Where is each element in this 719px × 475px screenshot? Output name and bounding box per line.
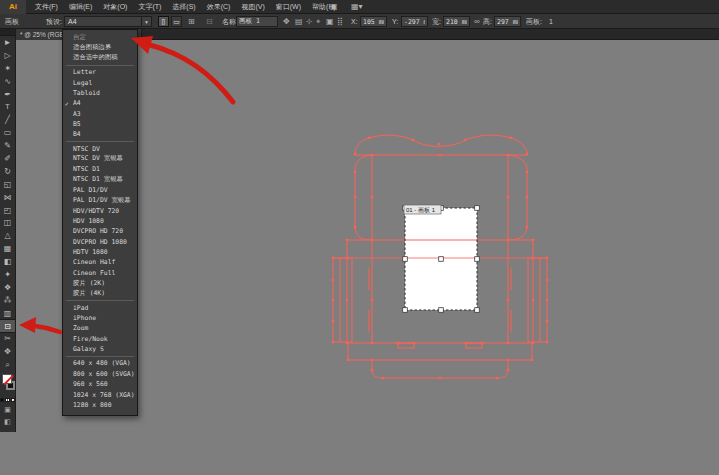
preset-option[interactable]: 适合图稿边界	[63, 42, 137, 52]
preset-option[interactable]: Letter	[63, 67, 137, 77]
direct-selection-tool[interactable]: ▷	[0, 49, 15, 62]
preset-option[interactable]: HDTV 1080	[63, 247, 137, 257]
preset-option[interactable]: 1280 x 800	[63, 400, 137, 410]
preset-option[interactable]: iPhone	[63, 313, 137, 323]
mesh-tool[interactable]: ▦	[0, 242, 15, 255]
preset-option[interactable]: 1024 x 768 (XGA)	[63, 389, 137, 399]
menu-item[interactable]: 选择(S)	[172, 2, 195, 12]
move-artwork-icon[interactable]: ✥	[283, 14, 290, 29]
preset-option[interactable]: 960 x 560	[63, 379, 137, 389]
fill-color-chip[interactable]	[2, 374, 12, 384]
artboard-tool[interactable]: ⊡	[0, 320, 15, 333]
center-mark-icon[interactable]: ⊹	[306, 14, 313, 29]
preset-option[interactable]: Legal	[63, 77, 137, 87]
app-logo[interactable]: Ai	[0, 0, 26, 14]
preset-option[interactable]: Galaxy S	[63, 344, 137, 354]
preset-option[interactable]: Tabloid	[63, 88, 137, 98]
artboard-options-icon[interactable]: ▤	[295, 14, 303, 29]
preset-option-label: HDTV 1080	[73, 248, 108, 256]
shape-builder-tool[interactable]: ◫	[0, 216, 15, 229]
perspective-grid-tool[interactable]: △	[0, 229, 15, 242]
menu-item[interactable]: 对象(O)	[103, 2, 127, 12]
rectangle-tool[interactable]: ▭	[0, 126, 15, 139]
preset-option[interactable]: NTSC DV	[63, 143, 137, 153]
menu-item[interactable]: 窗口(W)	[276, 2, 301, 12]
gradient-tool[interactable]: ◧	[0, 255, 15, 268]
preset-option[interactable]: HDV/HDTV 720	[63, 206, 137, 216]
menu-item[interactable]: 视图(V)	[241, 2, 264, 12]
preset-option-label: NTSC D1 宽银幕	[73, 175, 123, 184]
workspace-switcher-icon[interactable]: ▦▾	[351, 2, 363, 11]
preset-option[interactable]: B5	[63, 119, 137, 129]
menu-item[interactable]: 文字(T)	[138, 2, 161, 12]
blend-tool[interactable]: ❖	[0, 281, 15, 294]
gradient-mode-button[interactable]	[5, 398, 9, 403]
preset-option[interactable]: Zoom	[63, 323, 137, 333]
preset-option[interactable]: 胶片 (2K)	[63, 278, 137, 288]
width-tool[interactable]: ⋈	[0, 191, 15, 204]
menu-item[interactable]: 效果(C)	[207, 2, 231, 12]
drawing-mode-button[interactable]: ▣	[0, 404, 15, 416]
preset-option[interactable]: NTSC D1	[63, 164, 137, 174]
preset-option[interactable]: DVCPRO HD 720	[63, 226, 137, 236]
lasso-tool[interactable]: ∿	[0, 75, 15, 88]
preset-option[interactable]: 适合选中的图稿	[63, 53, 137, 63]
new-artboard-icon[interactable]: ⊞	[188, 14, 195, 29]
free-transform-tool[interactable]: ◰	[0, 204, 15, 217]
zoom-tool[interactable]: ⌕	[0, 358, 15, 371]
height-input[interactable]	[494, 16, 521, 27]
menu-item[interactable]: 编辑(E)	[69, 2, 92, 12]
type-tool[interactable]: T	[0, 100, 15, 113]
tools-panel-header[interactable]	[0, 29, 15, 36]
hand-tool[interactable]: ✥	[0, 345, 15, 358]
preset-option[interactable]: Cineon Half	[63, 257, 137, 267]
landscape-orientation-button[interactable]: ▭	[171, 16, 182, 27]
artboard-name-input[interactable]	[236, 16, 278, 27]
preset-option[interactable]: 自定	[63, 32, 137, 42]
preset-option[interactable]: PAL D1/DV 宽银幕	[63, 195, 137, 205]
selection-tool[interactable]: ►	[0, 36, 15, 49]
rotate-tool[interactable]: ↻	[0, 165, 15, 178]
none-mode-button[interactable]	[11, 398, 15, 403]
preset-option[interactable]: iPad	[63, 303, 137, 313]
portrait-orientation-button[interactable]: ▯	[158, 16, 169, 27]
slice-tool[interactable]: ✂	[0, 332, 15, 345]
preset-dropdown[interactable]: A4 ▼	[64, 16, 152, 27]
preset-option[interactable]: DVCPRO HD 1080	[63, 237, 137, 247]
reference-point-icon[interactable]: ⣿	[337, 14, 343, 29]
arrange-documents-icon[interactable]: ▣	[330, 2, 338, 11]
screen-mode-button[interactable]: ◧	[0, 416, 15, 428]
preset-option[interactable]: Fire/Nook	[63, 334, 137, 344]
color-mode-button[interactable]	[0, 398, 4, 403]
preset-option[interactable]: NTSC D1 宽银幕	[63, 174, 137, 184]
preset-option[interactable]: 640 x 480 (VGA)	[63, 358, 137, 368]
delete-artboard-icon[interactable]: ⊟	[206, 14, 213, 29]
video-safe-areas-icon[interactable]: ▣	[326, 14, 334, 29]
fill-stroke-indicator[interactable]	[0, 372, 15, 396]
preset-option[interactable]: A3	[63, 108, 137, 118]
preset-option[interactable]: Cineon Full	[63, 268, 137, 278]
preset-option[interactable]: 800 x 600 (SVGA)	[63, 369, 137, 379]
preset-option[interactable]: B4	[63, 129, 137, 139]
eyedropper-tool[interactable]: ✦	[0, 268, 15, 281]
symbol-sprayer-tool[interactable]: ⁂	[0, 294, 15, 307]
width-input[interactable]	[443, 16, 470, 27]
scale-tool[interactable]: ◱	[0, 178, 15, 191]
pen-tool[interactable]: ✒	[0, 88, 15, 101]
link-dimensions-icon[interactable]: ∞	[474, 14, 480, 29]
paintbrush-tool[interactable]: ✎	[0, 139, 15, 152]
preset-option[interactable]: ✓A4	[63, 98, 137, 108]
column-graph-tool[interactable]: ▥	[0, 307, 15, 320]
preset-option[interactable]: NTSC DV 宽银幕	[63, 154, 137, 164]
magic-wand-tool[interactable]: ✶	[0, 62, 15, 75]
y-input[interactable]	[401, 16, 428, 27]
line-segment-tool[interactable]: ╱	[0, 113, 15, 126]
preset-option[interactable]: PAL D1/DV	[63, 185, 137, 195]
x-input[interactable]	[360, 16, 387, 27]
pencil-tool[interactable]: ✐	[0, 152, 15, 165]
preset-option[interactable]: 胶片 (4K)	[63, 288, 137, 298]
preset-option[interactable]: HDV 1080	[63, 216, 137, 226]
cross-hairs-icon[interactable]: ⌖	[316, 14, 321, 29]
menu-item[interactable]: 文件(F)	[35, 2, 58, 12]
preset-option-label: PAL D1/DV 宽银幕	[73, 196, 131, 205]
